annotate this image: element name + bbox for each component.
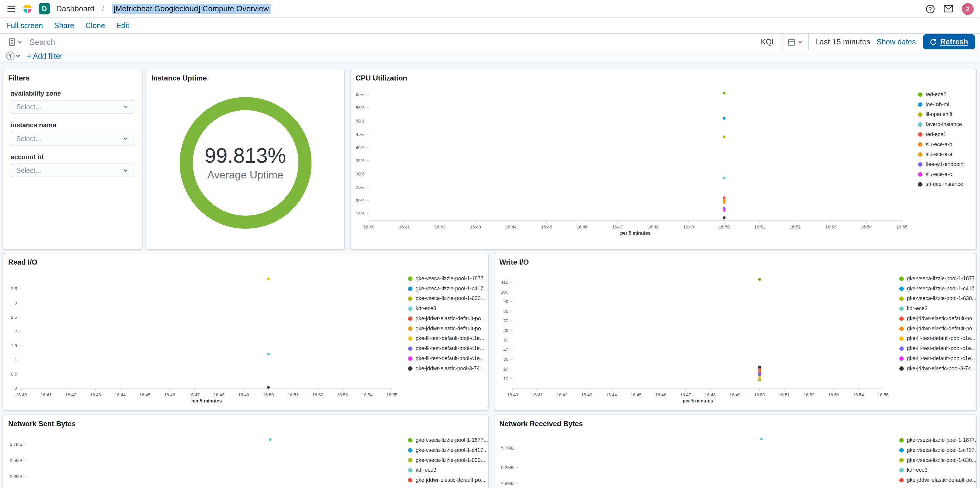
legend-item[interactable]: gke-vseca-lizzie-pool-1-1877... bbox=[899, 273, 976, 284]
breadcrumb[interactable]: Dashboard bbox=[56, 5, 94, 13]
legend-item[interactable]: gke-vseca-lizzie-pool-1-630... bbox=[899, 293, 976, 303]
legend-label: gke-jddwr-elastic-default-po... bbox=[907, 487, 976, 488]
refresh-button[interactable]: Refresh bbox=[923, 34, 975, 49]
legend-item[interactable]: gke-lil-test-default-pool-c1e... bbox=[408, 353, 488, 363]
select-placeholder: Select... bbox=[16, 166, 41, 174]
legend-item[interactable]: gke-jddwr-elastic-default-po... bbox=[899, 475, 976, 485]
legend-item[interactable]: kdr-ece3 bbox=[899, 303, 976, 314]
space-badge[interactable]: D bbox=[39, 3, 50, 14]
newsfeed-button[interactable] bbox=[944, 5, 953, 13]
legend-label: gke-vseca-lizzie-pool-1-630... bbox=[415, 295, 485, 301]
svg-text:16:45: 16:45 bbox=[139, 392, 150, 397]
hamburger-icon bbox=[6, 4, 16, 14]
legend-item[interactable]: gke-vseca-lizzie-pool-1-630... bbox=[408, 455, 488, 465]
instance-name-select[interactable]: Select... bbox=[11, 132, 135, 145]
svg-text:16:55: 16:55 bbox=[878, 392, 889, 397]
edit-link[interactable]: Edit bbox=[116, 21, 129, 30]
legend-label: gke-vseca-lizzie-pool-1-c417... bbox=[907, 447, 976, 453]
legend-item[interactable]: siu-ece-a-c bbox=[918, 169, 976, 179]
uptime-value: 99.813% bbox=[204, 144, 286, 168]
help-button[interactable]: ? bbox=[926, 4, 935, 14]
legend-item[interactable]: gke-jddwr-elastic-pool-3-74... bbox=[899, 363, 976, 373]
legend-item[interactable]: tlee-w1-endpoint bbox=[918, 159, 976, 169]
legend-item[interactable]: gke-jddwr-elastic-default-po... bbox=[408, 485, 488, 488]
svg-text:3.5: 3.5 bbox=[11, 287, 17, 291]
legend-item[interactable]: gke-vseca-lizzie-pool-1-c417... bbox=[408, 445, 488, 455]
legend-label: gke-vseca-lizzie-pool-1-c417... bbox=[907, 285, 976, 292]
legend-item[interactable]: gke-vseca-lizzie-pool-1-630... bbox=[408, 293, 488, 303]
legend-label: gke-vseca-lizzie-pool-1-1877... bbox=[907, 275, 976, 281]
legend-item[interactable]: gke-vseca-lizzie-pool-1-c417... bbox=[899, 283, 976, 293]
legend-label: gke-vseca-lizzie-pool-1-630... bbox=[415, 457, 485, 463]
legend-item[interactable]: ted-ece2 bbox=[918, 89, 976, 100]
kql-button[interactable]: KQL bbox=[754, 38, 782, 46]
legend-item[interactable]: gke-jddwr-elastic-default-po... bbox=[408, 475, 488, 485]
search-input[interactable] bbox=[29, 35, 754, 49]
legend-item[interactable]: gke-lil-test-default-pool-c1e... bbox=[899, 333, 976, 343]
legend-item[interactable]: gke-jddwr-elastic-default-po... bbox=[408, 314, 488, 323]
avatar[interactable]: 2 bbox=[962, 3, 974, 14]
svg-text:100: 100 bbox=[501, 290, 508, 295]
legend-item[interactable]: gke-vseca-lizzie-pool-1-c417... bbox=[899, 445, 976, 455]
legend-item[interactable]: siu-ece-a-a bbox=[918, 149, 976, 159]
legend-item[interactable]: kdr-ece3 bbox=[899, 465, 976, 475]
legend-item[interactable]: favero-instance bbox=[918, 119, 976, 129]
account-id-select[interactable]: Select... bbox=[11, 164, 135, 177]
legend-item[interactable]: gke-vseca-lizzie-pool-1-c417... bbox=[408, 283, 488, 293]
svg-text:5.2MB: 5.2MB bbox=[501, 465, 514, 470]
svg-text:45%: 45% bbox=[356, 132, 364, 137]
legend-item[interactable]: joe-mb-ml bbox=[918, 99, 976, 109]
svg-text:2.3MB: 2.3MB bbox=[10, 474, 22, 479]
full-screen-link[interactable]: Full screen bbox=[6, 21, 43, 30]
legend-item[interactable]: kdr-ece3 bbox=[408, 465, 488, 475]
panel-network-received: Network Received Bytes 16:4016:4116:4216… bbox=[494, 414, 977, 488]
legend-dot bbox=[899, 326, 904, 331]
svg-text:25%: 25% bbox=[356, 185, 364, 190]
legend-item[interactable]: gke-vseca-lizzie-pool-1-1877... bbox=[899, 435, 976, 445]
legend-item[interactable]: gke-jddwr-elastic-default-po... bbox=[899, 485, 976, 488]
write_io-plot: 16:4016:4116:4216:4316:4416:4516:4616:47… bbox=[498, 266, 892, 407]
chevron-down-icon bbox=[17, 39, 22, 45]
legend-item[interactable]: gke-jddwr-elastic-default-po... bbox=[408, 323, 488, 333]
saved-query-button[interactable] bbox=[5, 35, 26, 49]
clone-link[interactable]: Clone bbox=[85, 21, 105, 30]
panel-network-sent: Network Sent Bytes 16:4016:4116:4216:431… bbox=[2, 414, 488, 488]
legend-label: sri-ece-instance bbox=[926, 181, 963, 187]
legend-item[interactable]: lil-openshift bbox=[918, 109, 976, 119]
legend-item[interactable]: kdr-ece3 bbox=[408, 303, 488, 314]
legend-item[interactable]: gke-jddwr-elastic-pool-3-74... bbox=[408, 363, 488, 373]
menu-button[interactable] bbox=[6, 4, 16, 14]
legend-item[interactable]: gke-lil-test-default-pool-c1e... bbox=[408, 333, 488, 343]
add-filter-link[interactable]: + Add filter bbox=[27, 51, 62, 60]
legend-item[interactable]: gke-vseca-lizzie-pool-1-1877... bbox=[408, 273, 488, 284]
legend-label: gke-jddwr-elastic-default-po... bbox=[415, 325, 485, 331]
svg-text:5.7MB: 5.7MB bbox=[501, 446, 514, 450]
filter-set-button[interactable] bbox=[6, 51, 21, 61]
legend-dot bbox=[899, 448, 904, 452]
time-range[interactable]: Last 15 minutes bbox=[809, 38, 877, 46]
filter-field-availability-zone: availability zone Select... bbox=[11, 89, 135, 114]
availability-zone-select[interactable]: Select... bbox=[11, 100, 135, 113]
legend-item[interactable]: gke-lil-test-default-pool-c1e... bbox=[408, 343, 488, 353]
breadcrumb-separator: / bbox=[102, 5, 104, 13]
svg-text:16:51: 16:51 bbox=[754, 225, 765, 229]
svg-text:1.5: 1.5 bbox=[11, 343, 17, 348]
legend-item[interactable]: sri-ece-instance bbox=[918, 179, 976, 189]
legend-item[interactable]: gke-vseca-lizzie-pool-1-1877... bbox=[408, 435, 488, 445]
legend-item[interactable]: gke-vseca-lizzie-pool-1-630... bbox=[899, 455, 976, 465]
show-dates-link[interactable]: Show dates bbox=[877, 38, 916, 46]
legend-item[interactable]: gke-lil-test-default-pool-c1e... bbox=[899, 343, 976, 353]
cpu-plot: 16:4016:4116:4216:4316:4416:4516:4616:47… bbox=[355, 82, 911, 239]
legend-dot bbox=[408, 326, 412, 331]
svg-text:16:48: 16:48 bbox=[213, 392, 224, 397]
legend-item[interactable]: gke-lil-test-default-pool-c1e... bbox=[899, 353, 976, 363]
panel-filters: Filters availability zone Select... inst… bbox=[2, 69, 142, 250]
legend-item[interactable]: gke-jddwr-elastic-default-po... bbox=[899, 314, 976, 323]
elastic-logo[interactable] bbox=[22, 4, 33, 14]
date-picker-button[interactable] bbox=[782, 34, 809, 50]
svg-text:16:52: 16:52 bbox=[312, 392, 323, 397]
legend-item[interactable]: siu-ece-a-b bbox=[918, 139, 976, 149]
legend-item[interactable]: ted-ece1 bbox=[918, 129, 976, 139]
legend-item[interactable]: gke-jddwr-elastic-default-po... bbox=[899, 323, 976, 333]
share-link[interactable]: Share bbox=[54, 21, 75, 30]
